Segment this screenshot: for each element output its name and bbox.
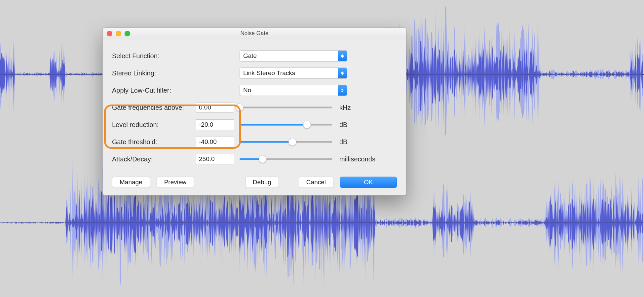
noise-gate-dialog: Noise Gate Select Function: Gate Stereo … bbox=[102, 27, 406, 195]
row-reduction: Level reduction: dB bbox=[112, 116, 397, 133]
row-threshold: Gate threshold: dB bbox=[112, 133, 397, 150]
slider-threshold[interactable] bbox=[240, 138, 332, 146]
chevron-updown-icon bbox=[338, 85, 347, 96]
chevron-updown-icon bbox=[338, 68, 347, 78]
preview-button[interactable]: Preview bbox=[157, 177, 194, 188]
input-attack[interactable] bbox=[196, 154, 234, 164]
slider-attack[interactable] bbox=[240, 155, 332, 163]
slider-freq[interactable] bbox=[240, 104, 332, 111]
slider-fill bbox=[240, 141, 292, 143]
input-reduction[interactable] bbox=[196, 119, 234, 130]
select-linking[interactable]: Link Stereo Tracks bbox=[240, 67, 347, 79]
slider-thumb[interactable] bbox=[288, 138, 296, 146]
close-icon[interactable] bbox=[107, 31, 112, 36]
unit-freq: kHz bbox=[339, 104, 351, 111]
label-freq: Gate frequencies above: bbox=[112, 104, 196, 111]
row-attack: Attack/Decay: milliseconds bbox=[112, 150, 397, 168]
input-threshold[interactable] bbox=[196, 137, 234, 147]
slider-track bbox=[240, 107, 332, 108]
label-attack: Attack/Decay: bbox=[112, 155, 196, 163]
manage-button[interactable]: Manage bbox=[112, 177, 150, 188]
label-linking: Stereo Linking: bbox=[112, 69, 196, 77]
slider-fill bbox=[240, 124, 307, 126]
label-threshold: Gate threshold: bbox=[112, 138, 196, 146]
button-row: Manage Preview Debug Cancel OK bbox=[112, 177, 397, 188]
minimize-icon[interactable] bbox=[116, 31, 121, 36]
ok-button[interactable]: OK bbox=[340, 177, 397, 188]
cancel-button[interactable]: Cancel bbox=[299, 177, 333, 188]
slider-reduction[interactable] bbox=[240, 121, 332, 128]
row-function: Select Function: Gate bbox=[112, 47, 397, 64]
row-freq: Gate frequencies above: kHz bbox=[112, 99, 397, 116]
row-linking: Stereo Linking: Link Stereo Tracks bbox=[112, 64, 397, 82]
select-function-value: Gate bbox=[243, 52, 257, 60]
label-reduction: Level reduction: bbox=[112, 121, 196, 129]
maximize-icon[interactable] bbox=[125, 31, 130, 36]
dialog-body: Select Function: Gate Stereo Linking: Li… bbox=[103, 39, 406, 195]
row-lowcut: Apply Low-Cut filter: No bbox=[112, 82, 397, 99]
slider-thumb[interactable] bbox=[259, 155, 267, 163]
select-lowcut[interactable]: No bbox=[240, 85, 347, 96]
dialog-title: Noise Gate bbox=[240, 30, 268, 37]
label-function: Select Function: bbox=[112, 52, 196, 60]
slider-thumb[interactable] bbox=[303, 121, 311, 129]
input-freq[interactable] bbox=[196, 102, 234, 113]
unit-threshold: dB bbox=[339, 138, 347, 146]
select-linking-value: Link Stereo Tracks bbox=[243, 69, 295, 77]
window-controls bbox=[107, 31, 130, 36]
unit-attack: milliseconds bbox=[339, 155, 375, 163]
chevron-updown-icon bbox=[338, 51, 347, 61]
slider-thumb[interactable] bbox=[236, 104, 244, 111]
label-lowcut: Apply Low-Cut filter: bbox=[112, 87, 196, 94]
unit-reduction: dB bbox=[339, 121, 347, 129]
dialog-titlebar: Noise Gate bbox=[103, 28, 406, 39]
debug-button[interactable]: Debug bbox=[245, 177, 279, 188]
select-function[interactable]: Gate bbox=[240, 50, 347, 62]
select-lowcut-value: No bbox=[243, 87, 251, 94]
